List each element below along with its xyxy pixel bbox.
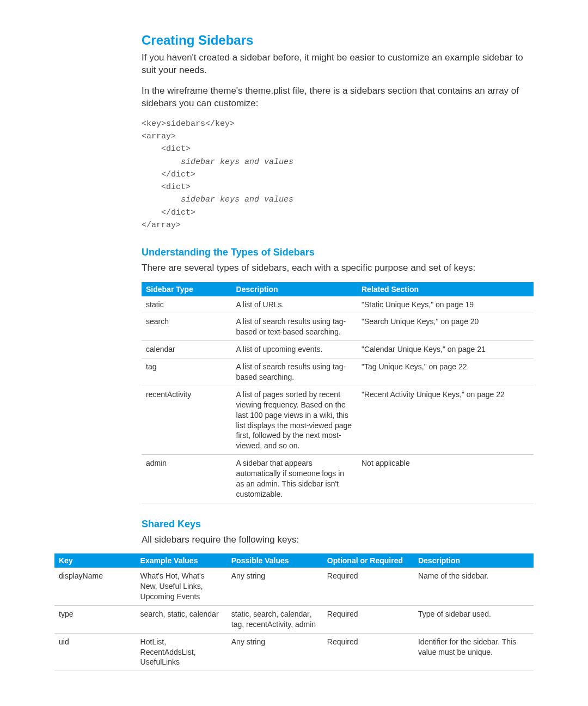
table-row: displayNameWhat's Hot, What's New, Usefu… [54,568,534,605]
paragraph: All sidebars require the following keys: [142,533,534,546]
table-header: Sidebar Type [142,282,232,296]
table-header: Example Values [136,553,227,568]
paragraph: If you haven't created a sidebar before,… [142,51,534,77]
table-header: Optional or Required [323,553,414,568]
table-row: staticA list of URLs."Static Unique Keys… [142,296,534,313]
table-header: Related Section [357,282,534,296]
code-block: <key>sidebars</key> <array> <dict> sideb… [142,118,534,232]
table-row: tagA list of search results using tag-ba… [142,358,534,386]
paragraph: There are several types of sidebars, eac… [142,261,534,274]
table-row: recentActivityA list of pages sorted by … [142,386,534,454]
table-row: adminA sidebar that appears automaticall… [142,455,534,503]
table-header: Key [54,553,136,568]
table-header: Possible Values [227,553,323,568]
table-header: Description [414,553,534,568]
shared-keys-table: Key Example Values Possible Values Optio… [54,553,534,671]
table-row: calendarA list of upcoming events."Calen… [142,341,534,358]
table-row: uidHotList, RecentAddsList, UsefulLinksA… [54,633,534,671]
table-row: searchA list of search results using tag… [142,313,534,341]
table-header: Description [232,282,357,296]
paragraph: In the wireframe theme's theme.plist fil… [142,84,534,110]
table-row: typesearch, static, calendarstatic, sear… [54,605,534,633]
section-title: Creating Sidebars [142,33,534,48]
sidebar-types-table: Sidebar Type Description Related Section… [142,282,534,503]
subsection-title-types: Understanding the Types of Sidebars [142,247,534,258]
subsection-title-shared-keys: Shared Keys [142,519,534,530]
